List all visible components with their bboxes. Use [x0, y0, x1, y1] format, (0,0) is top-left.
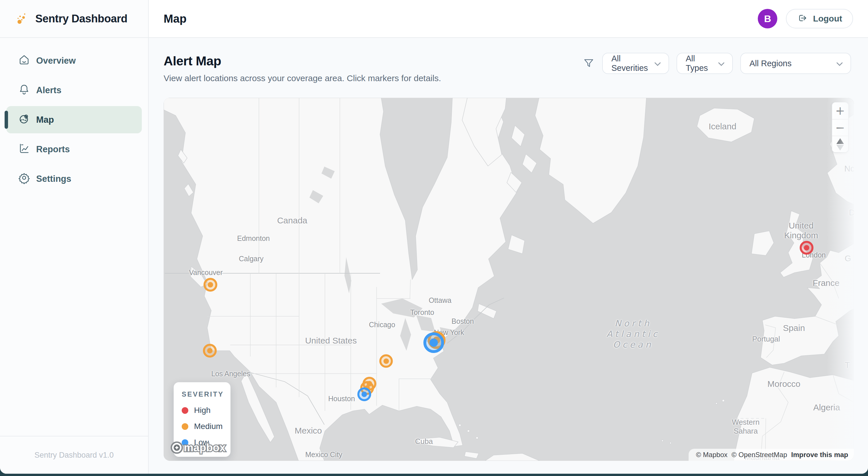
- type-filter-select[interactable]: All Types: [677, 53, 733, 74]
- top-bar: Map B Logout: [149, 0, 868, 38]
- chevron-down-icon: [836, 59, 843, 68]
- map-icon: [18, 112, 30, 127]
- logout-icon: [797, 12, 808, 25]
- type-filter-value: All Types: [686, 54, 718, 73]
- map-landmass-art: [164, 98, 854, 461]
- content-column: Map B Logout Alert Map View alert locati…: [149, 0, 868, 474]
- sidebar-item-map[interactable]: Map: [6, 106, 142, 133]
- alert-marker-medium[interactable]: [203, 344, 217, 358]
- legend-dot-medium: [182, 423, 188, 430]
- bell-icon: [18, 83, 30, 98]
- sidebar-item-overview[interactable]: Overview: [6, 47, 142, 74]
- severity-filter-value: All Severities: [611, 54, 654, 73]
- map-attribution: © Mapbox © OpenStreetMap Improve this ma…: [689, 449, 854, 461]
- sidebar-footer: Sentry Dashboard v1.0: [0, 436, 148, 474]
- chart-icon: [18, 142, 30, 157]
- sidebar: Sentry Dashboard OverviewAlertsMapReport…: [0, 0, 149, 474]
- severity-filter-select[interactable]: All Severities: [602, 53, 669, 74]
- brand-title: Sentry Dashboard: [35, 12, 127, 25]
- mapbox-logo[interactable]: mapbox: [169, 440, 236, 457]
- filters-row: All Severities All Types All Regions: [583, 53, 851, 74]
- alert-map-canvas[interactable]: CanadaUnited StatesMexicoCubaIcelandUnit…: [164, 98, 854, 461]
- gear-icon: [18, 171, 30, 186]
- alert-marker-medium[interactable]: [204, 278, 217, 292]
- sidebar-item-label: Reports: [36, 144, 70, 155]
- legend-label: High: [194, 406, 211, 415]
- app-version: Sentry Dashboard v1.0: [34, 451, 114, 460]
- sidebar-item-settings[interactable]: Settings: [6, 165, 142, 193]
- logout-button[interactable]: Logout: [786, 9, 853, 28]
- sidebar-item-alerts[interactable]: Alerts: [6, 76, 142, 104]
- alert-marker-medium[interactable]: [379, 354, 393, 368]
- legend-title: SEVERITY: [182, 390, 230, 398]
- main-panel: Alert Map View alert locations across yo…: [149, 38, 868, 474]
- sidebar-item-label: Overview: [36, 56, 76, 66]
- logout-label: Logout: [813, 14, 842, 24]
- page-subtitle: View alert locations across your coverag…: [164, 73, 441, 83]
- app-window: Sentry Dashboard OverviewAlertsMapReport…: [0, 0, 868, 474]
- alert-marker-low[interactable]: [423, 332, 444, 353]
- sidebar-nav: OverviewAlertsMapReportsSettings: [0, 38, 148, 436]
- legend-dot-high: [182, 407, 188, 414]
- compass-north-icon: [836, 138, 844, 144]
- sidebar-item-label: Alerts: [36, 85, 61, 96]
- osm-attribution-link[interactable]: © OpenStreetMap: [732, 451, 787, 459]
- map-nav-controls: + −: [832, 102, 849, 153]
- brand: Sentry Dashboard: [0, 0, 148, 38]
- alert-marker-high[interactable]: [800, 241, 813, 254]
- page-breadcrumb-title: Map: [164, 12, 187, 25]
- home-icon: [18, 53, 30, 68]
- legend-item-medium: Medium: [182, 422, 230, 431]
- chevron-down-icon: [654, 59, 661, 68]
- legend-item-high: High: [182, 406, 230, 415]
- sidebar-item-label: Map: [36, 115, 54, 125]
- filter-funnel-icon: [583, 57, 595, 69]
- header-actions: B Logout: [758, 9, 853, 28]
- sparkles-logo-icon: [16, 11, 29, 26]
- region-filter-value: All Regions: [749, 59, 792, 68]
- improve-map-link[interactable]: Improve this map: [791, 451, 848, 459]
- zoom-out-button[interactable]: −: [832, 119, 848, 136]
- page-title: Alert Map: [164, 54, 221, 69]
- compass-button[interactable]: [832, 136, 848, 152]
- mapbox-attribution-link[interactable]: © Mapbox: [696, 451, 727, 459]
- compass-south-icon: [836, 145, 844, 150]
- region-filter-select[interactable]: All Regions: [740, 53, 851, 74]
- chevron-down-icon: [718, 59, 725, 68]
- sidebar-item-label: Settings: [36, 174, 71, 184]
- legend-label: Medium: [194, 422, 223, 431]
- mapbox-wordmark: mapbox: [184, 442, 226, 454]
- sidebar-item-reports[interactable]: Reports: [6, 136, 142, 163]
- avatar[interactable]: B: [758, 9, 777, 28]
- zoom-in-button[interactable]: +: [832, 102, 848, 119]
- alert-marker-low[interactable]: [358, 387, 371, 401]
